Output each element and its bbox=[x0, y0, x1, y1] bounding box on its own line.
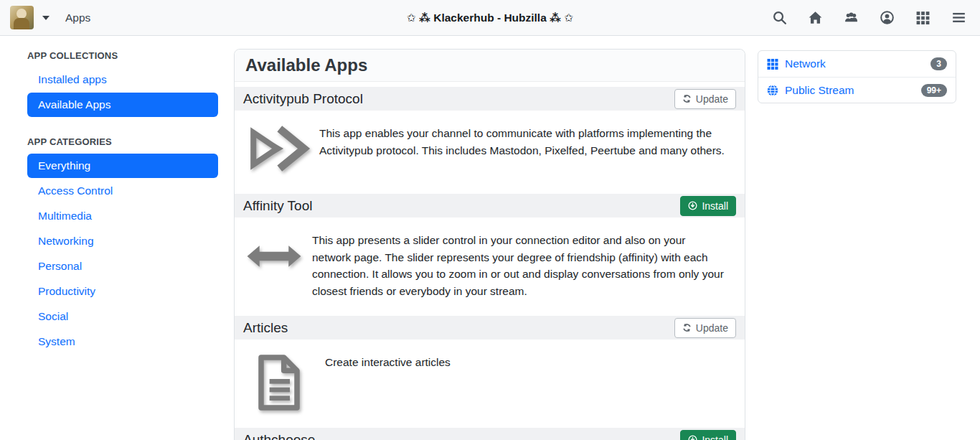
sidebar-item-productivity[interactable]: Productivity bbox=[27, 279, 218, 304]
app-section-header: Articles Update bbox=[235, 316, 745, 340]
install-button-label: Install bbox=[702, 200, 728, 212]
app-section-header: Authchoose Install bbox=[235, 428, 745, 440]
category-social-link[interactable]: Social bbox=[27, 304, 218, 329]
navbar: Apps ✩ ⁂ Klackerhub - Hubzilla ⁂ ✩ bbox=[0, 0, 980, 36]
install-button-label: Install bbox=[702, 434, 728, 440]
available-apps-card: Available Apps Activitypub Protocol Upda… bbox=[234, 49, 745, 440]
app-row: Create interactive articles bbox=[235, 340, 745, 423]
app-title: Articles bbox=[243, 320, 288, 336]
chevron-down-icon[interactable] bbox=[42, 16, 50, 20]
install-button[interactable]: Install bbox=[680, 430, 736, 440]
globe-icon bbox=[767, 85, 778, 96]
app-section-header: Affinity Tool Install bbox=[235, 194, 745, 217]
app-row: This app presents a slider control in yo… bbox=[235, 217, 745, 311]
collections-heading: APP COLLECTIONS bbox=[27, 50, 218, 61]
menu-icon[interactable] bbox=[952, 11, 966, 24]
category-access-control-link[interactable]: Access Control bbox=[27, 179, 218, 203]
public-stream-count-badge: 99+ bbox=[921, 84, 947, 97]
app-row: This app enables your channel to communi… bbox=[235, 111, 745, 189]
update-button[interactable]: Update bbox=[674, 89, 736, 109]
sidebar-item-personal[interactable]: Personal bbox=[27, 254, 218, 279]
navbar-actions bbox=[773, 11, 970, 24]
download-circle-icon bbox=[688, 201, 697, 210]
public-stream-label: Public Stream bbox=[785, 84, 854, 97]
category-multimedia-link[interactable]: Multimedia bbox=[27, 204, 218, 228]
page-title: Apps bbox=[65, 11, 90, 24]
update-button[interactable]: Update bbox=[674, 318, 736, 338]
app-title: Authchoose bbox=[243, 432, 315, 440]
app-sidebar: APP COLLECTIONS Installed apps Available… bbox=[27, 50, 218, 373]
download-circle-icon bbox=[688, 435, 697, 440]
card-header: Available Apps bbox=[235, 50, 745, 82]
installed-apps-link[interactable]: Installed apps bbox=[27, 67, 218, 92]
grid-icon bbox=[767, 58, 778, 70]
refresh-icon bbox=[682, 94, 692, 103]
category-productivity-link[interactable]: Productivity bbox=[27, 279, 218, 304]
search-icon[interactable] bbox=[773, 11, 786, 24]
categories-list: Everything Access Control Multimedia Net… bbox=[27, 154, 218, 355]
home-icon[interactable] bbox=[809, 11, 822, 24]
app-description: Create interactive articles bbox=[325, 354, 733, 408]
install-button[interactable]: Install bbox=[680, 196, 736, 216]
sidebar-item-access-control[interactable]: Access Control bbox=[27, 179, 218, 204]
app-description: This app presents a slider control in yo… bbox=[312, 232, 733, 296]
apps-grid-icon[interactable] bbox=[916, 11, 930, 24]
document-icon bbox=[255, 354, 303, 411]
channel-menu-toggle[interactable]: Apps bbox=[10, 6, 90, 29]
stream-widget: Network 3 Public Stream 99+ bbox=[758, 50, 956, 103]
account-icon[interactable] bbox=[880, 11, 894, 24]
refresh-icon bbox=[682, 323, 692, 332]
collections-list: Installed apps Available Apps bbox=[27, 67, 218, 118]
sidebar-item-available-apps[interactable]: Available Apps bbox=[27, 93, 218, 118]
update-button-label: Update bbox=[696, 322, 728, 334]
sidebar-item-installed-apps[interactable]: Installed apps bbox=[27, 67, 218, 93]
network-link[interactable]: Network 3 bbox=[758, 51, 956, 77]
connections-icon[interactable] bbox=[844, 11, 858, 24]
activitypub-logo-icon bbox=[246, 125, 311, 172]
app-title: Affinity Tool bbox=[243, 198, 312, 214]
sidebar-item-everything[interactable]: Everything bbox=[27, 154, 218, 179]
sidebar-item-system[interactable]: System bbox=[27, 329, 218, 355]
avatar[interactable] bbox=[10, 6, 34, 29]
public-stream-link[interactable]: Public Stream 99+ bbox=[758, 77, 956, 103]
app-title: Activitypub Protocol bbox=[243, 91, 363, 107]
update-button-label: Update bbox=[696, 93, 728, 106]
network-count-badge: 3 bbox=[930, 57, 947, 70]
app-section-header: Activitypub Protocol Update bbox=[235, 87, 745, 111]
sidebar-item-multimedia[interactable]: Multimedia bbox=[27, 204, 218, 229]
category-personal-link[interactable]: Personal bbox=[27, 254, 218, 278]
available-apps-link[interactable]: Available Apps bbox=[27, 93, 218, 117]
category-system-link[interactable]: System bbox=[27, 329, 218, 354]
card-title: Available Apps bbox=[245, 55, 367, 75]
double-arrow-icon bbox=[246, 242, 302, 271]
sidebar-item-networking[interactable]: Networking bbox=[27, 229, 218, 254]
category-everything-link[interactable]: Everything bbox=[27, 154, 218, 178]
sidebar-item-social[interactable]: Social bbox=[27, 304, 218, 329]
category-networking-link[interactable]: Networking bbox=[27, 229, 218, 253]
network-label: Network bbox=[785, 57, 826, 70]
categories-heading: APP CATEGORIES bbox=[27, 136, 218, 147]
app-description: This app enables your channel to communi… bbox=[319, 125, 733, 174]
